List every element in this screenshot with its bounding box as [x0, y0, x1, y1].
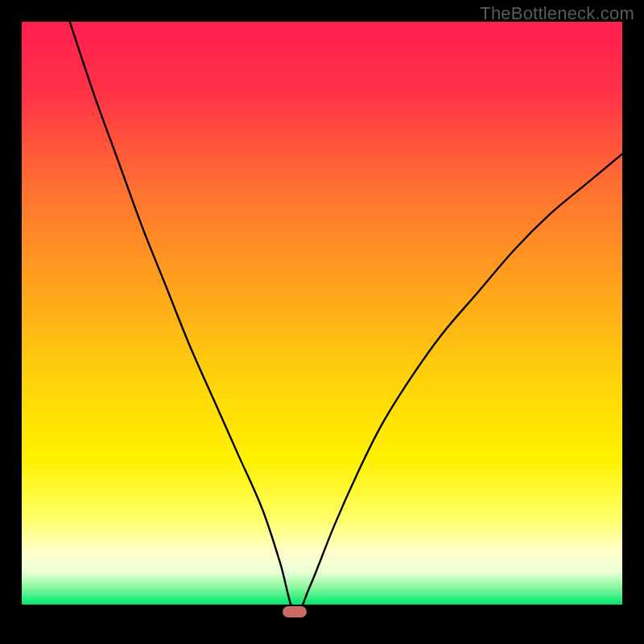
bottleneck-curve	[22, 22, 622, 622]
plot-frame	[22, 22, 622, 622]
attribution-watermark: TheBottleneck.com	[480, 3, 634, 24]
optimum-marker	[283, 606, 307, 617]
